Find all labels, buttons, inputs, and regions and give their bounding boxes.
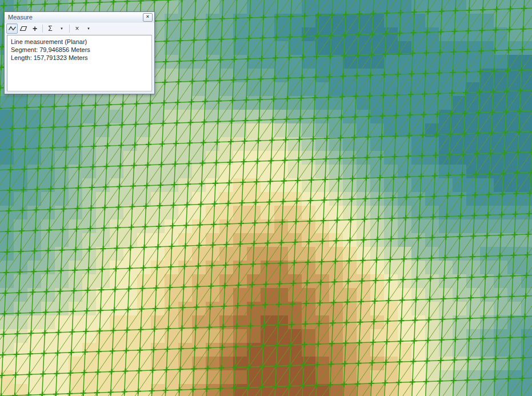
measurement-type-text: Line measurement (Planar) [11, 38, 148, 46]
measure-feature-tool-button[interactable]: + [29, 23, 41, 34]
sum-icon: Σ [48, 25, 52, 32]
chevron-down-icon: ▼ [85, 27, 93, 30]
sum-dropdown-button[interactable]: ▼ [56, 23, 67, 34]
segment-length-text: Segment: 79,946856 Meters [11, 46, 148, 54]
measure-toolbar: + Σ ▼ × ▼ [5, 23, 154, 34]
sum-results-button[interactable]: Σ [45, 23, 56, 34]
clear-dropdown-button[interactable]: ▼ [83, 23, 94, 34]
window-title: Measure [8, 13, 143, 22]
line-measure-icon [8, 23, 17, 34]
clear-results-button[interactable]: × [71, 23, 83, 34]
area-measure-icon [19, 23, 27, 34]
clear-icon: × [75, 25, 79, 32]
title-bar[interactable]: Measure × [5, 12, 154, 23]
measure-window: Measure × + Σ ▼ × ▼ Line [4, 11, 155, 94]
close-button[interactable]: × [143, 13, 153, 22]
chevron-down-icon: ▼ [58, 27, 66, 30]
measure-feature-icon: + [33, 25, 37, 33]
total-length-text: Length: 157,791323 Meters [11, 54, 148, 62]
toolbar-separator [42, 25, 43, 33]
line-measure-tool-button[interactable] [6, 23, 18, 34]
measurement-results-panel: Line measurement (Planar) Segment: 79,94… [7, 35, 152, 91]
area-measure-tool-button[interactable] [18, 23, 29, 34]
toolbar-separator [69, 25, 70, 33]
